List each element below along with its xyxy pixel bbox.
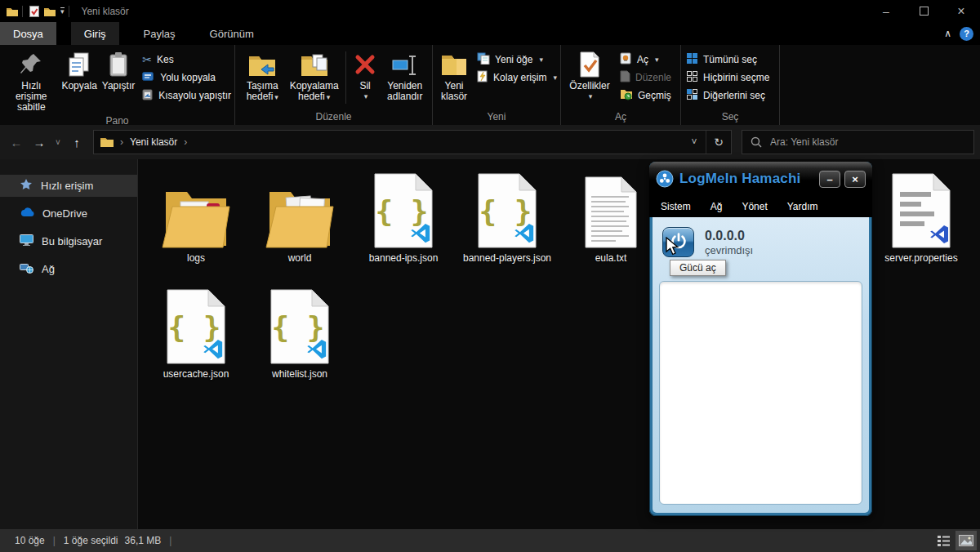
json-file-icon: { } xyxy=(147,283,245,365)
select-none-button[interactable]: Hiçbirini seçme xyxy=(686,69,769,87)
file-item[interactable]: server.properties xyxy=(872,167,970,264)
select-all-icon xyxy=(686,52,698,67)
tab-gorunum[interactable]: Görünüm xyxy=(197,22,267,45)
help-icon[interactable]: ? xyxy=(960,27,973,41)
new-item-button[interactable]: Yeni öğe ▾ xyxy=(477,51,557,69)
select-all-button[interactable]: Tümünü seç xyxy=(686,51,769,69)
easy-access-button[interactable]: Kolay erişim ▾ xyxy=(477,69,557,87)
hamachi-status: çevrimdışı xyxy=(705,244,753,256)
search-input[interactable] xyxy=(768,136,960,149)
collapse-ribbon-icon[interactable]: ∧ xyxy=(944,28,951,39)
copy-to-button[interactable]: Kopyalama hedefi▾ xyxy=(287,48,342,105)
properties-file-icon xyxy=(872,167,970,249)
properties-quick-icon[interactable] xyxy=(29,6,39,17)
hamachi-network-list[interactable] xyxy=(659,281,862,505)
explorer-window: ▾ Yeni klasör – × Dosya Giriş Paylaş Gör… xyxy=(0,0,980,552)
close-button[interactable]: × xyxy=(942,0,980,22)
copy-icon xyxy=(67,50,91,79)
refresh-icon[interactable]: ↻ xyxy=(706,131,731,154)
new-folder-quick-icon[interactable] xyxy=(44,7,56,16)
file-item[interactable]: logs xyxy=(147,167,245,264)
address-bar[interactable]: › Yeni klasör › ˅ ↻ xyxy=(93,130,732,154)
pin-to-quick-access-button[interactable]: Hızlı erişime sabitle xyxy=(3,48,59,114)
forward-button[interactable]: → xyxy=(28,136,51,149)
item-count: 10 öğe xyxy=(15,535,45,546)
hamachi-ip: 0.0.0.0 xyxy=(705,229,753,243)
divider: | xyxy=(53,535,56,546)
address-dropdown-icon[interactable]: ˅ xyxy=(683,136,706,148)
up-button[interactable]: ↑ xyxy=(65,136,88,149)
breadcrumb-folder[interactable]: Yeni klasör xyxy=(130,136,177,148)
properties-button[interactable]: Özellikler ▾ xyxy=(564,48,615,104)
file-name: banned-players.json xyxy=(462,252,552,264)
mouse-cursor xyxy=(665,237,681,259)
copy-path-button[interactable]: Yolu kopyala xyxy=(142,69,231,87)
ribbon-group-ac: Özellikler ▾ Aç ▾ Düz xyxy=(561,45,681,125)
sidebar-item-onedrive[interactable]: OneDrive xyxy=(0,203,137,225)
tab-giris[interactable]: Giriş xyxy=(71,22,119,45)
tab-paylas[interactable]: Paylaş xyxy=(131,22,189,45)
ribbon-group-duzenle: Taşıma hedefi▾ Kopyalama hedefi▾ Sil ▾ xyxy=(235,45,433,125)
delete-button[interactable]: Sil ▾ xyxy=(350,48,381,104)
file-item[interactable]: { } banned-players.json xyxy=(458,167,556,264)
hamachi-minimize-button[interactable]: – xyxy=(819,171,840,188)
folder-icon[interactable] xyxy=(7,7,18,16)
maximize-button[interactable] xyxy=(905,0,942,22)
minimize-button[interactable]: – xyxy=(867,0,905,22)
breadcrumb-separator[interactable]: › xyxy=(184,136,187,148)
power-tooltip: Gücü aç xyxy=(670,260,726,276)
paste-button[interactable]: Yapıştır xyxy=(100,48,137,93)
file-name: usercache.json xyxy=(151,368,241,380)
tab-dosya[interactable]: Dosya xyxy=(0,22,56,45)
menu-sistem[interactable]: Sistem xyxy=(661,201,691,212)
paste-shortcut-button[interactable]: Kısayolu yapıştır xyxy=(142,87,231,105)
edit-button[interactable]: Düzenle xyxy=(620,69,671,87)
invert-selection-button[interactable]: Diğerlerini seç xyxy=(686,87,769,105)
sidebar-item-quick-access[interactable]: Hızlı erişim xyxy=(0,175,137,197)
file-item[interactable]: { } usercache.json xyxy=(147,283,245,380)
recent-locations-button[interactable]: ˅ xyxy=(51,138,65,147)
easy-access-icon xyxy=(477,70,488,85)
thumbnail-view-button[interactable] xyxy=(956,531,977,550)
menu-yardim[interactable]: Yardım xyxy=(787,201,818,212)
json-file-icon: { } xyxy=(251,283,349,365)
sidebar-item-this-pc[interactable]: Bu bilgisayar xyxy=(0,230,137,252)
copy-path-icon xyxy=(142,71,155,84)
back-button[interactable]: ← xyxy=(5,136,28,149)
dropdown-icon: ▾ xyxy=(539,56,543,64)
new-folder-button[interactable]: Yeni klasör xyxy=(436,48,472,104)
menu-yonet[interactable]: Yönet xyxy=(742,201,767,212)
move-to-button[interactable]: Taşıma hedefi▾ xyxy=(238,48,287,105)
customize-quick-access-icon[interactable]: ▾ xyxy=(60,7,65,15)
file-item[interactable]: { } banned-ips.json xyxy=(354,167,452,264)
cloud-icon xyxy=(20,207,34,220)
cut-button[interactable]: ✂ Kes xyxy=(142,51,231,69)
hamachi-title-bar[interactable]: LogMeIn Hamachi – × xyxy=(649,162,872,196)
sidebar-item-network[interactable]: Ağ xyxy=(0,258,137,280)
group-label-duzenle: Düzenle xyxy=(235,110,432,125)
copy-button[interactable]: Kopyala xyxy=(59,48,99,93)
open-button[interactable]: Aç ▾ xyxy=(620,51,671,69)
file-name: server.properties xyxy=(876,252,966,264)
breadcrumb-separator: › xyxy=(120,136,123,148)
divider xyxy=(22,6,23,17)
rename-button[interactable]: Yeniden adlandır xyxy=(381,48,429,104)
hamachi-menu-bar: Sistem Ağ Yönet Yardım xyxy=(649,196,872,217)
selected-size: 36,1 MB xyxy=(125,535,162,546)
file-item[interactable]: eula.txt xyxy=(562,167,660,264)
sidebar: Hızlı erişim OneDrive Bu bilgisayar Ağ xyxy=(0,159,138,529)
json-file-icon: { } xyxy=(354,167,452,249)
history-button[interactable]: Geçmiş xyxy=(620,87,671,105)
svg-text:{ }: { } xyxy=(271,310,324,344)
menu-ag[interactable]: Ağ xyxy=(710,201,723,212)
dropdown-icon: ▾ xyxy=(655,56,659,64)
ribbon-tabs: Dosya Giriş Paylaş Görünüm ∧ ? xyxy=(0,22,980,45)
details-view-button[interactable] xyxy=(933,531,954,550)
open-icon xyxy=(620,52,632,67)
search-box[interactable] xyxy=(742,130,974,154)
file-item[interactable]: world xyxy=(251,167,349,264)
select-none-icon xyxy=(686,70,698,85)
file-item[interactable]: { } whitelist.json xyxy=(251,283,349,380)
hamachi-close-button[interactable]: × xyxy=(844,171,866,188)
json-file-icon: { } xyxy=(458,167,556,249)
